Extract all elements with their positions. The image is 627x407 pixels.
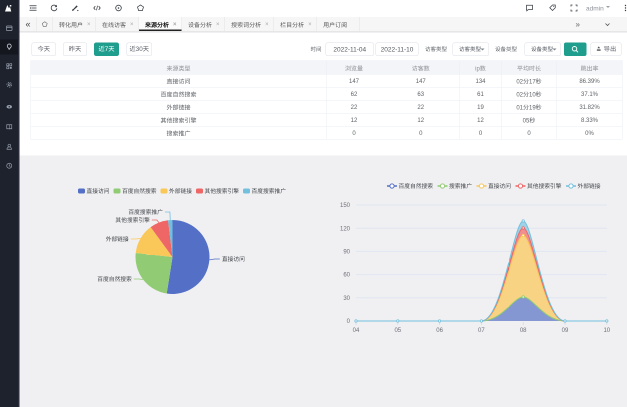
svg-text:百度搜索推广: 百度搜索推广 — [252, 188, 287, 194]
svg-text:10: 10 — [603, 327, 610, 333]
svg-text:90: 90 — [343, 248, 350, 254]
svg-text:0: 0 — [347, 318, 351, 324]
svg-text:外部链接: 外部链接 — [578, 183, 601, 189]
svg-text:百度自然搜索: 百度自然搜索 — [122, 188, 157, 194]
svg-text:09: 09 — [562, 327, 569, 333]
svg-text:直接访问: 直接访问 — [222, 256, 245, 262]
svg-text:其他搜索引擎: 其他搜索引擎 — [527, 183, 562, 189]
svg-text:150: 150 — [340, 202, 351, 208]
svg-text:06: 06 — [436, 327, 443, 333]
svg-text:其他搜索引擎: 其他搜索引擎 — [115, 217, 150, 223]
svg-text:外部链接: 外部链接 — [169, 188, 192, 194]
svg-text:08: 08 — [520, 327, 527, 333]
svg-text:搜索推广: 搜索推广 — [449, 183, 472, 189]
svg-text:外部链接: 外部链接 — [106, 236, 129, 242]
svg-text:百度搜索推广: 百度搜索推广 — [128, 209, 163, 215]
svg-text:百度自然搜索: 百度自然搜索 — [399, 183, 434, 189]
svg-text:04: 04 — [353, 327, 360, 333]
svg-text:05: 05 — [394, 327, 401, 333]
svg-text:60: 60 — [343, 272, 350, 278]
svg-text:直接访问: 直接访问 — [488, 183, 511, 189]
svg-text:07: 07 — [478, 327, 485, 333]
svg-text:其他搜索引擎: 其他搜索引擎 — [205, 188, 240, 194]
svg-text:直接访问: 直接访问 — [87, 188, 110, 194]
svg-text:120: 120 — [340, 225, 351, 231]
svg-text:百度自然搜索: 百度自然搜索 — [97, 276, 132, 282]
svg-text:30: 30 — [343, 295, 350, 301]
